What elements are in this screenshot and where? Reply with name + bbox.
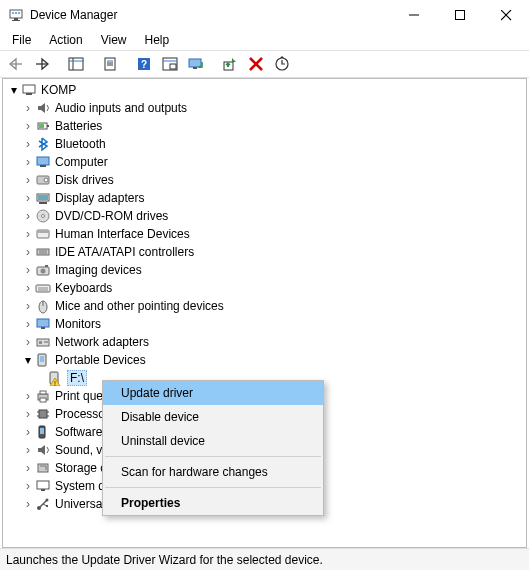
chevron-right-icon[interactable]: › <box>21 264 35 276</box>
chevron-right-icon[interactable]: › <box>21 390 35 402</box>
tree-category[interactable]: ›Human Interface Devices <box>5 225 524 243</box>
dvd-icon <box>35 208 51 224</box>
svg-rect-35 <box>37 157 49 165</box>
portable-device-warning-icon: ! <box>47 370 63 386</box>
back-button[interactable] <box>4 53 28 75</box>
chevron-right-icon[interactable]: › <box>21 210 35 222</box>
svg-rect-24 <box>189 59 201 67</box>
svg-point-4 <box>15 12 17 14</box>
tree-category[interactable]: ›Bluetooth <box>5 135 524 153</box>
help-button[interactable]: ? <box>132 53 156 75</box>
chevron-right-icon[interactable]: › <box>21 192 35 204</box>
svg-rect-45 <box>38 231 48 233</box>
svg-rect-58 <box>41 327 45 329</box>
svg-rect-7 <box>456 11 465 20</box>
tree-category[interactable]: ›Display adapters <box>5 189 524 207</box>
tree-category[interactable]: ›Disk drives <box>5 171 524 189</box>
network-icon <box>35 334 51 350</box>
minimize-button[interactable] <box>391 0 437 30</box>
tree-category[interactable]: ›DVD/CD-ROM drives <box>5 207 524 225</box>
chevron-right-icon[interactable]: › <box>21 480 35 492</box>
chevron-right-icon[interactable]: › <box>21 498 35 510</box>
chevron-right-icon[interactable]: › <box>21 138 35 150</box>
chevron-right-icon[interactable]: › <box>21 282 35 294</box>
chevron-right-icon[interactable]: › <box>21 462 35 474</box>
window-controls <box>391 0 529 30</box>
update-driver-button[interactable] <box>184 53 208 75</box>
properties-button[interactable] <box>98 53 122 75</box>
ide-icon <box>35 244 51 260</box>
svg-rect-77 <box>37 481 49 489</box>
show-hide-tree-button[interactable] <box>64 53 88 75</box>
svg-rect-31 <box>26 93 32 95</box>
mouse-icon <box>35 298 51 314</box>
chevron-right-icon[interactable]: › <box>21 444 35 456</box>
status-bar: Launches the Update Driver Wizard for th… <box>0 548 529 570</box>
tree-category[interactable]: ›Batteries <box>5 117 524 135</box>
svg-rect-40 <box>38 195 48 200</box>
category-label: Network adapters <box>55 335 149 349</box>
svg-point-38 <box>44 178 48 182</box>
chevron-right-icon[interactable]: › <box>21 174 35 186</box>
chevron-right-icon[interactable]: › <box>21 300 35 312</box>
menu-help[interactable]: Help <box>137 32 178 48</box>
cm-properties[interactable]: Properties <box>103 491 323 515</box>
menu-view[interactable]: View <box>93 32 135 48</box>
chevron-right-icon[interactable]: › <box>21 408 35 420</box>
category-label: Keyboards <box>55 281 112 295</box>
cm-scan-hardware[interactable]: Scan for hardware changes <box>103 460 323 484</box>
tree-root[interactable]: ▾ KOMP <box>5 81 524 99</box>
chevron-right-icon[interactable]: › <box>21 102 35 114</box>
category-label: Display adapters <box>55 191 144 205</box>
tree-category[interactable]: ›Monitors <box>5 315 524 333</box>
tree-category[interactable]: ›Keyboards <box>5 279 524 297</box>
svg-rect-67 <box>40 391 46 394</box>
tree-category-expanded[interactable]: ▾Portable Devices <box>5 351 524 369</box>
action-settings-button[interactable] <box>158 53 182 75</box>
computer-icon <box>35 154 51 170</box>
svg-rect-12 <box>69 58 83 70</box>
chevron-right-icon[interactable]: › <box>21 228 35 240</box>
chevron-down-icon[interactable]: ▾ <box>7 84 21 96</box>
category-label: Monitors <box>55 317 101 331</box>
svg-rect-1 <box>14 18 18 20</box>
chevron-right-icon[interactable]: › <box>21 426 35 438</box>
category-label: Computer <box>55 155 108 169</box>
chevron-right-icon[interactable]: › <box>21 336 35 348</box>
cm-disable-device[interactable]: Disable device <box>103 405 323 429</box>
cm-update-driver[interactable]: Update driver <box>103 381 323 405</box>
chevron-right-icon[interactable]: › <box>21 246 35 258</box>
maximize-button[interactable] <box>437 0 483 30</box>
svg-rect-68 <box>40 398 46 402</box>
svg-point-3 <box>12 12 14 14</box>
cm-uninstall-device[interactable]: Uninstall device <box>103 429 323 453</box>
category-label: Portable Devices <box>55 353 146 367</box>
category-label: Imaging devices <box>55 263 142 277</box>
close-button[interactable] <box>483 0 529 30</box>
usb-icon <box>35 496 51 512</box>
svg-rect-60 <box>39 341 42 344</box>
display-icon <box>35 190 51 206</box>
chevron-right-icon[interactable]: › <box>21 156 35 168</box>
category-label: Bluetooth <box>55 137 106 151</box>
processor-icon <box>35 406 51 422</box>
tree-category[interactable]: ›Imaging devices <box>5 261 524 279</box>
svg-rect-25 <box>193 67 197 69</box>
tree-category[interactable]: ›Network adapters <box>5 333 524 351</box>
category-label: Human Interface Devices <box>55 227 190 241</box>
chevron-right-icon[interactable]: › <box>21 120 35 132</box>
svg-rect-63 <box>40 356 44 362</box>
menu-action[interactable]: Action <box>41 32 90 48</box>
tree-category[interactable]: ›Audio inputs and outputs <box>5 99 524 117</box>
scan-hardware-button[interactable] <box>270 53 294 75</box>
tree-category[interactable]: ›IDE ATA/ATAPI controllers <box>5 243 524 261</box>
menu-file[interactable]: File <box>4 32 39 48</box>
forward-button[interactable] <box>30 53 54 75</box>
enable-device-button[interactable] <box>218 53 242 75</box>
chevron-down-icon[interactable]: ▾ <box>21 354 35 366</box>
printer-icon <box>35 388 51 404</box>
tree-category[interactable]: ›Mice and other pointing devices <box>5 297 524 315</box>
uninstall-button[interactable] <box>244 53 268 75</box>
tree-category[interactable]: ›Computer <box>5 153 524 171</box>
chevron-right-icon[interactable]: › <box>21 318 35 330</box>
